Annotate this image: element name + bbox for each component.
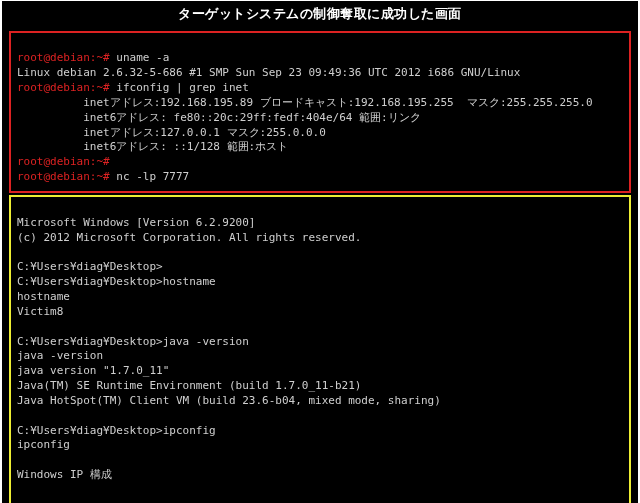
linux-prompt: root@debian:~# bbox=[17, 155, 110, 168]
win-prompt: C:¥Users¥diag¥Desktop> bbox=[17, 424, 163, 437]
echo-java: java -version bbox=[17, 349, 103, 362]
ipconfig-title: Windows IP 構成 bbox=[17, 468, 112, 481]
win-prompt: C:¥Users¥diag¥Desktop> bbox=[17, 260, 163, 273]
java-line: Java HotSpot(TM) Client VM (build 23.6-b… bbox=[17, 394, 441, 407]
victim-terminal-panel: Microsoft Windows [Version 6.2.9200] (c)… bbox=[9, 195, 631, 503]
linux-prompt: root@debian:~# bbox=[17, 81, 110, 94]
ifconfig-line: inet6アドレス: fe80::20c:29ff:fedf:404e/64 範… bbox=[17, 111, 421, 124]
ifconfig-line: inet6アドレス: ::1/128 範囲:ホスト bbox=[17, 140, 288, 153]
cmd-ipconfig: ipconfig bbox=[163, 424, 216, 437]
cmd-hostname: hostname bbox=[163, 275, 216, 288]
cmd-java: java -version bbox=[163, 335, 249, 348]
screenshot-frame: ターゲットシステムの制御奪取に成功した画面 root@debian:~# una… bbox=[2, 1, 638, 503]
java-line: java version "1.7.0_11" bbox=[17, 364, 169, 377]
ifconfig-line: inetアドレス:192.168.195.89 ブロードキャスト:192.168… bbox=[17, 96, 593, 109]
uname-output: Linux debian 2.6.32-5-686 #1 SMP Sun Sep… bbox=[17, 66, 520, 79]
echo-ipconfig: ipconfig bbox=[17, 438, 70, 451]
win-prompt: C:¥Users¥diag¥Desktop> bbox=[17, 335, 163, 348]
hostname-output: Victim8 bbox=[17, 305, 63, 318]
cmd-ifconfig: ifconfig | grep inet bbox=[116, 81, 248, 94]
win-prompt: C:¥Users¥diag¥Desktop> bbox=[17, 275, 163, 288]
linux-prompt: root@debian:~# bbox=[17, 170, 110, 183]
win-copyright: (c) 2012 Microsoft Corporation. All righ… bbox=[17, 231, 361, 244]
win-version: Microsoft Windows [Version 6.2.9200] bbox=[17, 216, 255, 229]
echo-hostname: hostname bbox=[17, 290, 70, 303]
page-title: ターゲットシステムの制御奪取に成功した画面 bbox=[3, 2, 637, 27]
terminal-area: root@debian:~# uname -a Linux debian 2.6… bbox=[3, 27, 637, 503]
cmd-nc: nc -lp 7777 bbox=[116, 170, 189, 183]
java-line: Java(TM) SE Runtime Environment (build 1… bbox=[17, 379, 361, 392]
attacker-terminal-panel: root@debian:~# uname -a Linux debian 2.6… bbox=[9, 31, 631, 193]
linux-prompt: root@debian:~# bbox=[17, 51, 110, 64]
cmd-uname: uname -a bbox=[116, 51, 169, 64]
ifconfig-line: inetアドレス:127.0.0.1 マスク:255.0.0.0 bbox=[17, 126, 326, 139]
